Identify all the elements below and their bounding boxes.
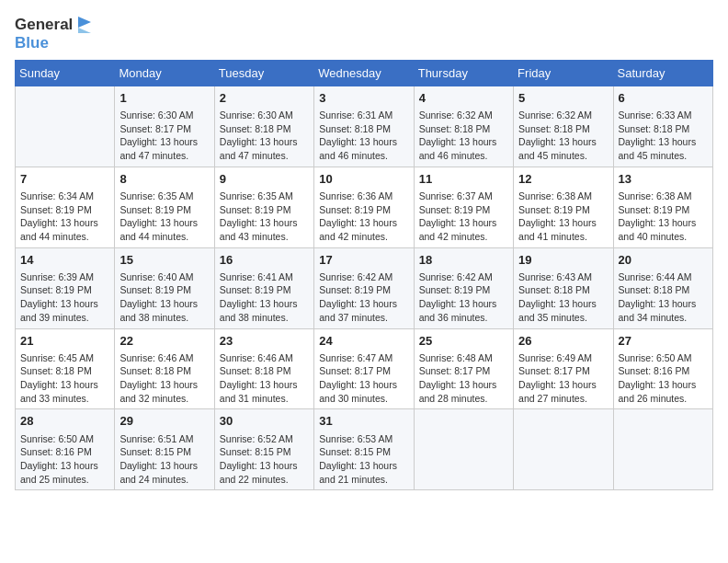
day-number: 19	[518, 252, 608, 269]
header-cell-sunday: Sunday	[16, 60, 115, 86]
svg-marker-0	[78, 17, 91, 28]
cell-content: Sunrise: 6:40 AM Sunset: 8:19 PM Dayligh…	[119, 270, 209, 325]
calendar-cell: 11Sunrise: 6:37 AM Sunset: 8:19 PM Dayli…	[414, 167, 513, 247]
cell-content: Sunrise: 6:37 AM Sunset: 8:19 PM Dayligh…	[419, 190, 508, 244]
day-number: 30	[220, 413, 309, 430]
day-number: 16	[220, 252, 309, 269]
calendar-cell: 3Sunrise: 6:31 AM Sunset: 8:18 PM Daylig…	[314, 86, 414, 167]
calendar-cell: 28Sunrise: 6:50 AM Sunset: 8:16 PM Dayli…	[16, 409, 115, 490]
header-cell-friday: Friday	[514, 60, 613, 86]
header-cell-tuesday: Tuesday	[214, 60, 313, 86]
calendar-cell: 2Sunrise: 6:30 AM Sunset: 8:18 PM Daylig…	[214, 86, 313, 167]
day-number: 21	[20, 333, 109, 350]
cell-content: Sunrise: 6:43 AM Sunset: 8:18 PM Dayligh…	[518, 270, 608, 325]
logo: General Blue	[15, 15, 95, 52]
calendar-cell: 15Sunrise: 6:40 AM Sunset: 8:19 PM Dayli…	[115, 247, 214, 328]
day-number: 15	[119, 252, 209, 269]
header-cell-saturday: Saturday	[613, 60, 712, 86]
cell-content: Sunrise: 6:32 AM Sunset: 8:18 PM Dayligh…	[419, 109, 508, 163]
week-row: 1Sunrise: 6:30 AM Sunset: 8:17 PM Daylig…	[16, 86, 713, 167]
day-number: 22	[119, 333, 209, 350]
header-cell-wednesday: Wednesday	[314, 60, 414, 86]
day-number: 17	[319, 252, 408, 269]
cell-content: Sunrise: 6:30 AM Sunset: 8:17 PM Dayligh…	[119, 109, 209, 163]
cell-content: Sunrise: 6:48 AM Sunset: 8:17 PM Dayligh…	[419, 351, 508, 406]
day-number: 10	[319, 171, 408, 188]
day-number: 11	[419, 171, 508, 188]
calendar-cell: 24Sunrise: 6:47 AM Sunset: 8:17 PM Dayli…	[314, 328, 414, 409]
calendar-cell	[514, 409, 613, 490]
cell-content: Sunrise: 6:47 AM Sunset: 8:17 PM Dayligh…	[319, 351, 408, 406]
week-row: 14Sunrise: 6:39 AM Sunset: 8:19 PM Dayli…	[16, 247, 713, 328]
calendar-cell: 16Sunrise: 6:41 AM Sunset: 8:19 PM Dayli…	[214, 247, 313, 328]
day-number: 29	[119, 413, 209, 430]
cell-content: Sunrise: 6:35 AM Sunset: 8:19 PM Dayligh…	[119, 190, 209, 244]
day-number: 28	[20, 413, 109, 430]
calendar-cell: 13Sunrise: 6:38 AM Sunset: 8:19 PM Dayli…	[613, 167, 712, 247]
day-number: 20	[619, 252, 708, 269]
calendar-cell: 8Sunrise: 6:35 AM Sunset: 8:19 PM Daylig…	[115, 167, 214, 247]
svg-marker-1	[78, 28, 91, 33]
day-number: 24	[319, 333, 408, 350]
page-header: General Blue	[15, 15, 713, 52]
calendar-cell	[414, 409, 513, 490]
day-number: 12	[518, 171, 608, 188]
day-number: 26	[518, 333, 608, 350]
cell-content: Sunrise: 6:49 AM Sunset: 8:17 PM Dayligh…	[518, 351, 608, 406]
day-number: 4	[419, 90, 508, 107]
day-number: 3	[319, 90, 408, 107]
cell-content: Sunrise: 6:42 AM Sunset: 8:19 PM Dayligh…	[419, 270, 508, 325]
calendar-body: 1Sunrise: 6:30 AM Sunset: 8:17 PM Daylig…	[16, 86, 713, 490]
day-number: 9	[220, 171, 309, 188]
cell-content: Sunrise: 6:46 AM Sunset: 8:18 PM Dayligh…	[220, 351, 309, 406]
day-number: 23	[220, 333, 309, 350]
calendar-cell: 1Sunrise: 6:30 AM Sunset: 8:17 PM Daylig…	[115, 86, 214, 167]
calendar-cell: 4Sunrise: 6:32 AM Sunset: 8:18 PM Daylig…	[414, 86, 513, 167]
cell-content: Sunrise: 6:44 AM Sunset: 8:18 PM Dayligh…	[619, 270, 708, 325]
week-row: 21Sunrise: 6:45 AM Sunset: 8:18 PM Dayli…	[16, 328, 713, 409]
calendar-cell: 23Sunrise: 6:46 AM Sunset: 8:18 PM Dayli…	[214, 328, 313, 409]
cell-content: Sunrise: 6:50 AM Sunset: 8:16 PM Dayligh…	[619, 351, 708, 406]
calendar-cell: 17Sunrise: 6:42 AM Sunset: 8:19 PM Dayli…	[314, 247, 414, 328]
week-row: 7Sunrise: 6:34 AM Sunset: 8:19 PM Daylig…	[16, 167, 713, 247]
calendar-cell: 31Sunrise: 6:53 AM Sunset: 8:15 PM Dayli…	[314, 409, 414, 490]
day-number: 27	[619, 333, 708, 350]
calendar-cell: 21Sunrise: 6:45 AM Sunset: 8:18 PM Dayli…	[16, 328, 115, 409]
header-cell-thursday: Thursday	[414, 60, 513, 86]
cell-content: Sunrise: 6:46 AM Sunset: 8:18 PM Dayligh…	[119, 351, 209, 406]
day-number: 7	[20, 171, 109, 188]
header-cell-monday: Monday	[115, 60, 214, 86]
cell-content: Sunrise: 6:30 AM Sunset: 8:18 PM Dayligh…	[220, 109, 309, 163]
calendar-cell: 18Sunrise: 6:42 AM Sunset: 8:19 PM Dayli…	[414, 247, 513, 328]
calendar-cell: 7Sunrise: 6:34 AM Sunset: 8:19 PM Daylig…	[16, 167, 115, 247]
calendar-cell	[613, 409, 712, 490]
cell-content: Sunrise: 6:39 AM Sunset: 8:19 PM Dayligh…	[20, 270, 109, 325]
calendar-cell: 10Sunrise: 6:36 AM Sunset: 8:19 PM Dayli…	[314, 167, 414, 247]
cell-content: Sunrise: 6:31 AM Sunset: 8:18 PM Dayligh…	[319, 109, 408, 163]
cell-content: Sunrise: 6:32 AM Sunset: 8:18 PM Dayligh…	[518, 109, 608, 163]
calendar-cell: 19Sunrise: 6:43 AM Sunset: 8:18 PM Dayli…	[514, 247, 613, 328]
calendar-cell: 12Sunrise: 6:38 AM Sunset: 8:19 PM Dayli…	[514, 167, 613, 247]
logo-blue: Blue	[15, 35, 49, 52]
week-row: 28Sunrise: 6:50 AM Sunset: 8:16 PM Dayli…	[16, 409, 713, 490]
calendar-cell: 22Sunrise: 6:46 AM Sunset: 8:18 PM Dayli…	[115, 328, 214, 409]
cell-content: Sunrise: 6:35 AM Sunset: 8:19 PM Dayligh…	[220, 190, 309, 244]
calendar-table: SundayMondayTuesdayWednesdayThursdayFrid…	[15, 60, 713, 491]
day-number: 14	[20, 252, 109, 269]
logo-general: General	[15, 17, 73, 34]
day-number: 18	[419, 252, 508, 269]
calendar-cell: 5Sunrise: 6:32 AM Sunset: 8:18 PM Daylig…	[514, 86, 613, 167]
calendar-cell: 30Sunrise: 6:52 AM Sunset: 8:15 PM Dayli…	[214, 409, 313, 490]
calendar-cell: 20Sunrise: 6:44 AM Sunset: 8:18 PM Dayli…	[613, 247, 712, 328]
day-number: 8	[119, 171, 209, 188]
calendar-cell	[16, 86, 115, 167]
logo-flag-icon	[74, 15, 95, 35]
cell-content: Sunrise: 6:52 AM Sunset: 8:15 PM Dayligh…	[220, 432, 309, 487]
cell-content: Sunrise: 6:50 AM Sunset: 8:16 PM Dayligh…	[20, 432, 109, 487]
day-number: 1	[119, 90, 209, 107]
day-number: 31	[319, 413, 408, 430]
cell-content: Sunrise: 6:38 AM Sunset: 8:19 PM Dayligh…	[518, 190, 608, 244]
cell-content: Sunrise: 6:41 AM Sunset: 8:19 PM Dayligh…	[220, 270, 309, 325]
calendar-cell: 25Sunrise: 6:48 AM Sunset: 8:17 PM Dayli…	[414, 328, 513, 409]
cell-content: Sunrise: 6:33 AM Sunset: 8:18 PM Dayligh…	[619, 109, 708, 163]
